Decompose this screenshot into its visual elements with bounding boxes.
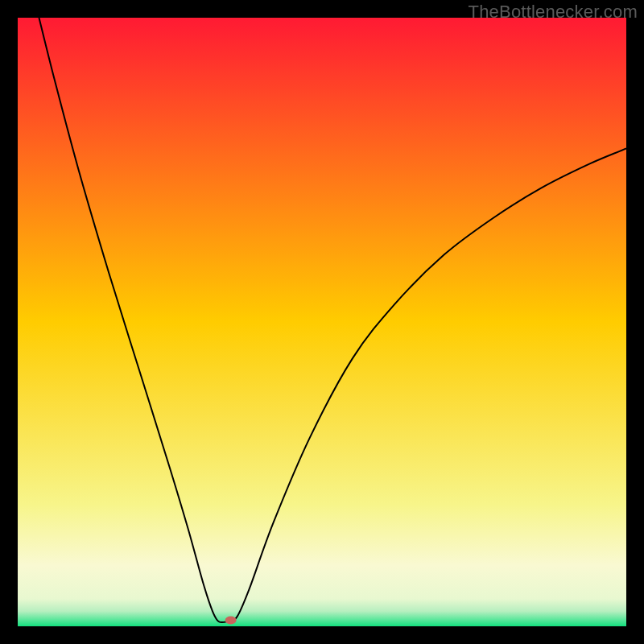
watermark-text: TheBottlenecker.com [469, 2, 638, 23]
plot-area [18, 18, 626, 626]
chart-svg [18, 18, 626, 626]
chart-frame: TheBottlenecker.com [0, 0, 644, 644]
optimal-point-marker [225, 616, 237, 624]
gradient-background [18, 18, 626, 626]
